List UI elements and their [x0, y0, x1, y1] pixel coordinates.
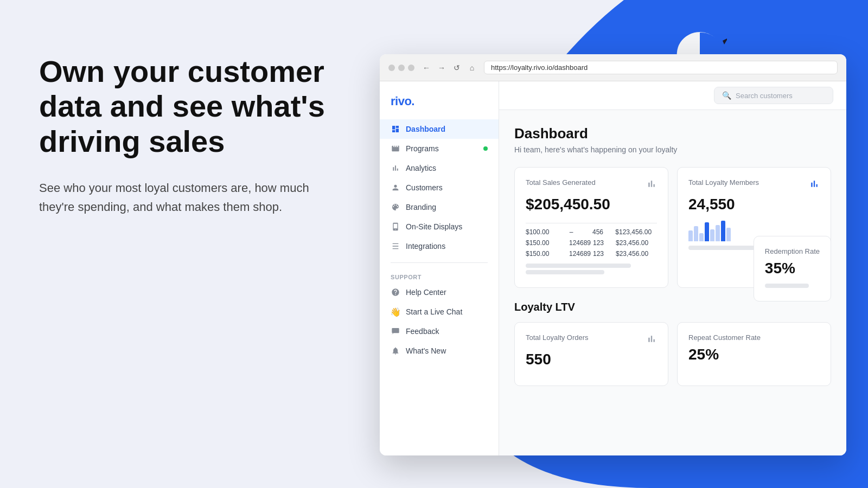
- browser-home-button[interactable]: ⌂: [467, 62, 477, 73]
- total-sales-value: $205,450.50: [526, 196, 657, 213]
- programs-active-dot: [483, 146, 488, 151]
- mini-bar-8: [726, 228, 731, 241]
- sidebar-item-whats-new[interactable]: What's New: [380, 341, 499, 361]
- sidebar-item-branding[interactable]: Branding: [380, 197, 499, 217]
- total-sales-card: Total Sales Generated $205,450.50: [514, 167, 668, 288]
- sidebar-on-site-displays-label: On-Site Displays: [406, 222, 462, 231]
- dashboard-body: Dashboard Hi team, here's what's happeni…: [499, 110, 846, 455]
- sidebar-item-programs[interactable]: Programs: [380, 139, 499, 158]
- sidebar-feedback-label: Feedback: [406, 327, 439, 336]
- dashboard-subtitle: Hi team, here's what's happening on your…: [514, 145, 831, 154]
- skeleton-1: [526, 264, 631, 268]
- sidebar-item-feedback[interactable]: Feedback: [380, 322, 499, 341]
- loyalty-ltv-title: Loyalty LTV: [514, 301, 831, 313]
- row2-col2: 124689: [569, 239, 591, 247]
- main-content: 🔍 Search customers Dashboard Hi team, he…: [499, 81, 846, 455]
- search-input-placeholder: Search customers: [736, 92, 793, 100]
- hero-title: Own your customer data and see what's dr…: [39, 54, 343, 159]
- loyalty-members-value: 24,550: [688, 196, 820, 213]
- row1-col4: $123,456.00: [615, 228, 657, 236]
- table-row-1: $100.00 – 456 $123,456.00: [526, 227, 657, 237]
- integrations-icon: [391, 241, 400, 251]
- total-sales-card-header: Total Sales Generated: [526, 178, 657, 191]
- loyalty-members-label: Total Loyalty Members: [688, 178, 759, 187]
- redemption-rate-value: 35%: [765, 260, 820, 277]
- row1-col2: –: [570, 228, 590, 236]
- row2-col4: $23,456.00: [616, 239, 657, 247]
- mini-bar-7: [721, 221, 725, 241]
- bottom-cards-grid: Total Loyalty Orders 550 Repeat Customer…: [514, 322, 831, 386]
- sidebar-support-nav: Help Center 👋 Start a Live Chat Feedback: [380, 282, 499, 361]
- total-sales-chart-icon: [646, 178, 657, 191]
- dashboard-icon: [391, 124, 400, 134]
- total-sales-label: Total Sales Generated: [526, 178, 596, 187]
- sidebar-item-integrations[interactable]: Integrations: [380, 236, 499, 256]
- sidebar-analytics-label: Analytics: [406, 164, 436, 172]
- browser-window: ← → ↺ ⌂ https://loyalty.rivo.io/dashboar…: [380, 54, 846, 455]
- sidebar-item-analytics[interactable]: Analytics: [380, 158, 499, 178]
- search-box[interactable]: 🔍 Search customers: [714, 87, 833, 104]
- sidebar-live-chat-label: Start a Live Chat: [406, 307, 462, 316]
- sidebar-branding-label: Branding: [406, 203, 436, 211]
- browser-dot-green: [408, 65, 414, 71]
- mini-bar-1: [688, 230, 693, 241]
- sidebar-item-customers[interactable]: Customers: [380, 178, 499, 197]
- loyalty-orders-icon: [646, 333, 657, 346]
- browser-chrome: ← → ↺ ⌂ https://loyalty.rivo.io/dashboar…: [380, 54, 846, 81]
- customers-icon: [391, 183, 400, 192]
- row2-col1: $150.00: [526, 239, 567, 247]
- sidebar-item-on-site-displays[interactable]: On-Site Displays: [380, 217, 499, 236]
- svg-marker-2: [723, 38, 727, 44]
- repeat-customer-header: Repeat Customer Rate: [688, 333, 820, 342]
- sidebar-item-dashboard[interactable]: Dashboard: [380, 119, 499, 139]
- sidebar-integrations-label: Integrations: [406, 242, 445, 251]
- branding-icon: [391, 202, 400, 212]
- sidebar-customers-label: Customers: [406, 183, 443, 192]
- analytics-icon: [391, 163, 400, 173]
- dashboard-title: Dashboard: [514, 125, 831, 142]
- feedback-icon: [391, 326, 400, 336]
- search-icon: 🔍: [722, 91, 731, 100]
- sidebar-programs-label: Programs: [406, 144, 439, 153]
- repeat-customer-value: 25%: [688, 346, 820, 363]
- browser-back-button[interactable]: ←: [421, 62, 432, 73]
- on-site-displays-icon: [391, 222, 400, 232]
- live-chat-icon: 👋: [391, 307, 400, 317]
- mini-bar-4: [705, 222, 709, 241]
- sidebar-help-center-label: Help Center: [406, 288, 446, 297]
- hero-section: Own your customer data and see what's dr…: [39, 54, 343, 217]
- sidebar: rivo. Dashboard Programs: [380, 81, 499, 455]
- logo-text: rivo: [391, 94, 411, 108]
- row3-col1: $150.00: [526, 250, 567, 258]
- sidebar-dashboard-label: Dashboard: [406, 125, 445, 133]
- table-row-2: $150.00 124689 123 $23,456.00: [526, 237, 657, 248]
- browser-address-bar[interactable]: https://loyalty.rivo.io/dashboard: [484, 61, 838, 74]
- support-section-label: SUPPORT: [380, 269, 499, 282]
- row1-col1: $100.00: [526, 228, 567, 236]
- mini-bar-5: [710, 229, 714, 241]
- whats-new-icon: [391, 346, 400, 356]
- browser-nav: ← → ↺ ⌂: [421, 62, 477, 73]
- browser-dot-yellow: [398, 65, 405, 71]
- row3-col3: 123: [593, 250, 614, 258]
- browser-forward-button[interactable]: →: [436, 62, 447, 73]
- redemption-skeleton: [765, 284, 809, 288]
- browser-dots: [388, 65, 414, 71]
- browser-refresh-button[interactable]: ↺: [451, 62, 462, 73]
- sidebar-nav: Dashboard Programs Analytics: [380, 119, 499, 256]
- sidebar-item-live-chat[interactable]: 👋 Start a Live Chat: [380, 302, 499, 322]
- row3-col2: 124689: [569, 250, 591, 258]
- browser-dot-red: [388, 65, 395, 71]
- loyalty-orders-label: Total Loyalty Orders: [526, 333, 589, 342]
- row3-col4: $23,456.00: [616, 250, 657, 258]
- sidebar-item-help-center[interactable]: Help Center: [380, 282, 499, 302]
- loyalty-orders-value: 550: [526, 351, 657, 368]
- skeleton-2: [526, 270, 604, 274]
- loyalty-ltv-section: Loyalty LTV Total Loyalty Orders 550: [514, 301, 831, 386]
- sidebar-logo: rivo.: [380, 90, 499, 119]
- loyalty-members-chart-icon: [809, 178, 820, 191]
- sidebar-whats-new-label: What's New: [406, 346, 446, 355]
- loyalty-orders-header: Total Loyalty Orders: [526, 333, 657, 346]
- help-center-icon: [391, 287, 400, 297]
- app-layout: rivo. Dashboard Programs: [380, 81, 846, 455]
